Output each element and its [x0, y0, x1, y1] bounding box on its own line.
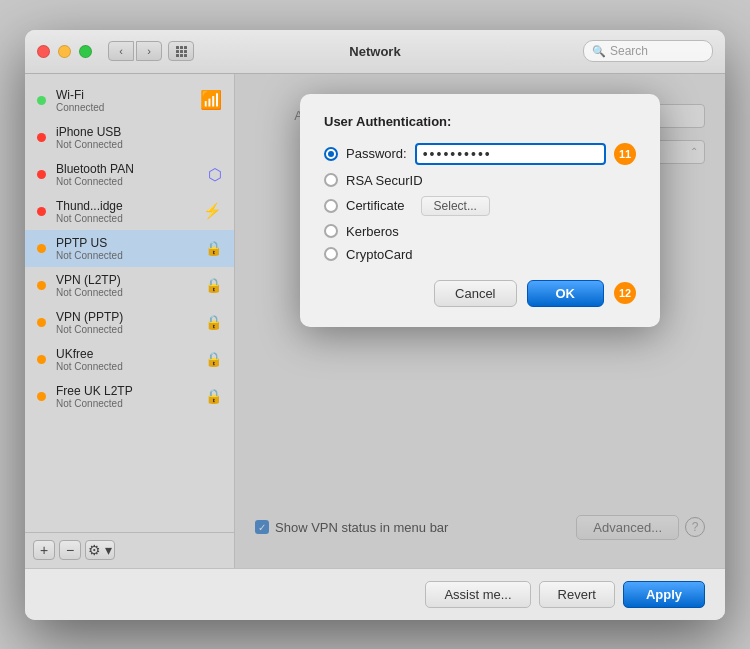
- badge-12: 12: [614, 282, 636, 304]
- item-status: Not Connected: [56, 213, 193, 224]
- window-title: Network: [349, 44, 400, 59]
- item-status: Not Connected: [56, 250, 195, 261]
- status-dot-green: [37, 96, 46, 105]
- grid-button[interactable]: [168, 41, 194, 61]
- password-option: Password: 11: [324, 143, 636, 165]
- item-status: Not Connected: [56, 324, 195, 335]
- wifi-icon: 📶: [200, 89, 222, 111]
- item-status: Not Connected: [56, 398, 195, 409]
- item-name: Wi-Fi: [56, 88, 190, 102]
- item-name: iPhone USB: [56, 125, 222, 139]
- ok-button[interactable]: OK: [527, 280, 605, 307]
- item-name: Free UK L2TP: [56, 384, 195, 398]
- password-radio[interactable]: [324, 147, 338, 161]
- item-status: Not Connected: [56, 176, 198, 187]
- status-dot-red: [37, 207, 46, 216]
- status-dot-yellow: [37, 355, 46, 364]
- assist-button[interactable]: Assist me...: [425, 581, 530, 608]
- cancel-button[interactable]: Cancel: [434, 280, 516, 307]
- search-placeholder: Search: [610, 44, 648, 58]
- cryptocard-radio[interactable]: [324, 247, 338, 261]
- certificate-radio[interactable]: [324, 199, 338, 213]
- password-label: Password:: [346, 146, 407, 161]
- maximize-button[interactable]: [79, 45, 92, 58]
- sidebar-list: Wi-Fi Connected 📶 iPhone USB Not Connect…: [25, 74, 234, 532]
- revert-button[interactable]: Revert: [539, 581, 615, 608]
- status-dot-yellow: [37, 281, 46, 290]
- item-name: VPN (PPTP): [56, 310, 195, 324]
- item-name: Bluetooth PAN: [56, 162, 198, 176]
- certificate-option: Certificate Select...: [324, 196, 636, 216]
- item-status: Not Connected: [56, 139, 222, 150]
- search-box[interactable]: 🔍 Search: [583, 40, 713, 62]
- gear-button[interactable]: ⚙ ▾: [85, 540, 115, 560]
- item-status: Connected: [56, 102, 190, 113]
- cryptocard-option: CryptoCard: [324, 247, 636, 262]
- status-dot-yellow: [37, 318, 46, 327]
- main-window: ‹ › Network 🔍 Search Wi-Fi: [25, 30, 725, 620]
- select-certificate-button[interactable]: Select...: [421, 196, 490, 216]
- status-dot-red: [37, 170, 46, 179]
- lock-icon: 🔒: [205, 351, 222, 367]
- modal-buttons: Cancel OK 12: [324, 280, 636, 307]
- bluetooth-icon: ⬡: [208, 165, 222, 184]
- search-icon: 🔍: [592, 45, 606, 58]
- close-button[interactable]: [37, 45, 50, 58]
- sidebar-item-thunderidge[interactable]: Thund...idge Not Connected ⚡: [25, 193, 234, 230]
- auth-modal: User Authentication: Password: 11 RSA: [300, 94, 660, 327]
- certificate-label: Certificate: [346, 198, 405, 213]
- sidebar-item-vpn-pptp[interactable]: VPN (PPTP) Not Connected 🔒: [25, 304, 234, 341]
- modal-overlay: User Authentication: Password: 11 RSA: [235, 74, 725, 568]
- bottom-toolbar: Assist me... Revert Apply: [25, 568, 725, 620]
- kerberos-option: Kerberos: [324, 224, 636, 239]
- grid-icon: [176, 46, 187, 57]
- remove-button[interactable]: −: [59, 540, 81, 560]
- traffic-lights: [37, 45, 92, 58]
- sidebar-item-free-uk-l2tp[interactable]: Free UK L2TP Not Connected 🔒: [25, 378, 234, 415]
- titlebar: ‹ › Network 🔍 Search: [25, 30, 725, 74]
- status-dot-red: [37, 133, 46, 142]
- lock-icon: 🔒: [205, 240, 222, 256]
- item-name: VPN (L2TP): [56, 273, 195, 287]
- item-status: Not Connected: [56, 287, 195, 298]
- thunderbolt-icon: ⚡: [203, 202, 222, 220]
- minimize-button[interactable]: [58, 45, 71, 58]
- apply-button[interactable]: Apply: [623, 581, 705, 608]
- cryptocard-label: CryptoCard: [346, 247, 412, 262]
- lock-icon: 🔒: [205, 388, 222, 404]
- badge-11: 11: [614, 143, 636, 165]
- sidebar-item-ukfree[interactable]: UKfree Not Connected 🔒: [25, 341, 234, 378]
- sidebar-toolbar: + − ⚙ ▾: [25, 532, 234, 568]
- sidebar-item-vpn-l2tp[interactable]: VPN (L2TP) Not Connected 🔒: [25, 267, 234, 304]
- item-name: PPTP US: [56, 236, 195, 250]
- rsa-option: RSA SecurID: [324, 173, 636, 188]
- nav-buttons: ‹ ›: [108, 41, 162, 61]
- item-name: Thund...idge: [56, 199, 193, 213]
- main-content: Wi-Fi Connected 📶 iPhone USB Not Connect…: [25, 74, 725, 568]
- sidebar-item-wifi[interactable]: Wi-Fi Connected 📶: [25, 82, 234, 119]
- content-area: Account Name: VPN username Encryption: A…: [235, 74, 725, 568]
- add-button[interactable]: +: [33, 540, 55, 560]
- kerberos-radio[interactable]: [324, 224, 338, 238]
- kerberos-label: Kerberos: [346, 224, 399, 239]
- status-dot-yellow: [37, 244, 46, 253]
- forward-button[interactable]: ›: [136, 41, 162, 61]
- password-input[interactable]: [415, 143, 606, 165]
- item-name: UKfree: [56, 347, 195, 361]
- sidebar-item-iphone-usb[interactable]: iPhone USB Not Connected: [25, 119, 234, 156]
- item-status: Not Connected: [56, 361, 195, 372]
- rsa-label: RSA SecurID: [346, 173, 423, 188]
- lock-icon: 🔒: [205, 277, 222, 293]
- rsa-radio[interactable]: [324, 173, 338, 187]
- status-dot-yellow: [37, 392, 46, 401]
- back-button[interactable]: ‹: [108, 41, 134, 61]
- modal-title: User Authentication:: [324, 114, 636, 129]
- sidebar-item-pptp-us[interactable]: PPTP US Not Connected 🔒: [25, 230, 234, 267]
- sidebar: Wi-Fi Connected 📶 iPhone USB Not Connect…: [25, 74, 235, 568]
- sidebar-item-bluetooth-pan[interactable]: Bluetooth PAN Not Connected ⬡: [25, 156, 234, 193]
- lock-icon: 🔒: [205, 314, 222, 330]
